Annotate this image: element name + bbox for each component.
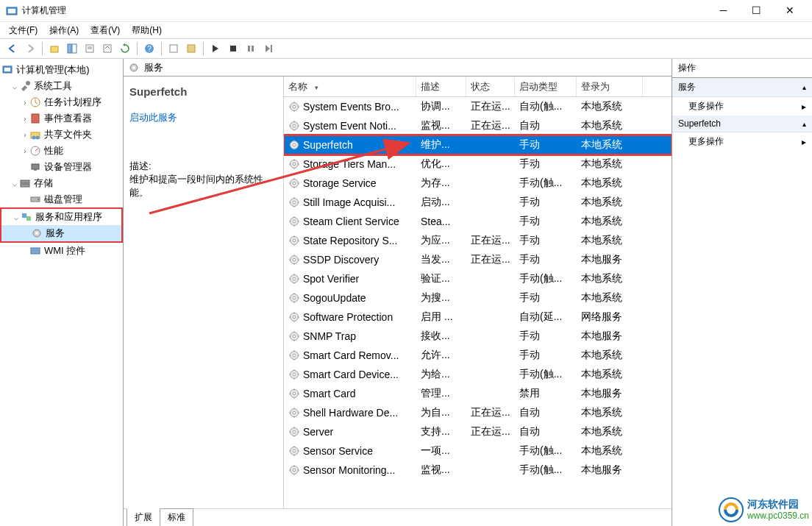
refresh-button[interactable]: [117, 40, 133, 57]
service-row[interactable]: System Events Bro...协调...正在运...自动(触...本地…: [284, 97, 672, 116]
caret-icon: ›: [21, 131, 29, 139]
tab-standard[interactable]: 标准: [160, 508, 193, 526]
stop-button[interactable]: [225, 40, 241, 57]
service-row[interactable]: Sensor Monitoring...监视...手动(触...本地服务: [284, 461, 672, 480]
selected-service-name: Superfetch: [129, 85, 277, 98]
col-logon[interactable]: 登录为: [577, 77, 643, 96]
svg-point-148: [293, 449, 296, 452]
up-button[interactable]: [46, 40, 63, 57]
service-logon: 本地服务: [577, 253, 643, 266]
start-service-link[interactable]: 启动: [129, 112, 149, 123]
service-logon: 本地系统: [577, 138, 643, 152]
service-row[interactable]: System Event Noti...监视...正在运...自动本地系统: [284, 116, 672, 135]
service-row[interactable]: SogouUpdate为搜...手动本地系统: [284, 288, 672, 308]
tree-event-viewer[interactable]: › 事件查看器: [0, 110, 123, 127]
properties2-button[interactable]: [165, 40, 182, 57]
menu-action[interactable]: 操作(A): [43, 23, 85, 38]
service-logon: 本地服务: [577, 387, 643, 400]
col-name[interactable]: 名称▾: [284, 77, 416, 96]
services-list: 名称▾ 描述 状态 启动类型 登录为 System Events Bro...协…: [284, 77, 672, 508]
chevron-right-icon: ▸: [802, 137, 806, 147]
service-row[interactable]: Software Protection启用 ...自动(延...网络服务: [284, 308, 672, 327]
service-row[interactable]: SNMP Trap接收...手动本地服务: [284, 327, 672, 346]
tree-root[interactable]: 计算机管理(本地): [0, 62, 123, 78]
svg-text:?: ?: [147, 45, 152, 53]
service-status: 正在运...: [466, 234, 515, 247]
watermark: 河东软件园 www.pc0359.cn: [718, 497, 809, 523]
actions-more-1[interactable]: 更多操作▸: [672, 97, 812, 115]
collapse-icon: ▴: [802, 83, 806, 91]
svg-point-154: [293, 469, 296, 472]
service-row[interactable]: Smart Card Remov...允许...手动本地系统: [284, 346, 672, 365]
actions-more-2[interactable]: 更多操作▸: [672, 132, 812, 151]
tree-device-manager[interactable]: 设备管理器: [0, 159, 123, 175]
menu-help[interactable]: 帮助(H): [126, 23, 168, 38]
titlebar: 计算机管理 ─ ☐ ✕: [0, 0, 812, 22]
service-startup: 自动(延...: [515, 310, 577, 324]
service-row[interactable]: Sensor Service一项...手动(触...本地系统: [284, 441, 672, 461]
options-button[interactable]: [183, 40, 199, 57]
service-row[interactable]: State Repository S...为应...正在运...手动本地系统: [284, 231, 672, 250]
gear-icon: [288, 330, 300, 342]
show-hide-tree-button[interactable]: [64, 40, 80, 57]
service-name: System Events Bro...: [303, 101, 399, 113]
gear-icon: [288, 235, 300, 246]
service-row[interactable]: Shell Hardware De...为自...正在运...自动本地系统: [284, 403, 672, 422]
restart-button[interactable]: [260, 40, 277, 57]
tree-task-scheduler[interactable]: › 任务计划程序: [0, 94, 123, 110]
forward-button[interactable]: [22, 40, 38, 57]
start-service-suffix: 此服务: [149, 112, 177, 123]
menu-file[interactable]: 文件(F): [3, 23, 43, 38]
service-row[interactable]: Storage Tiers Man...优化...手动本地系统: [284, 154, 672, 174]
export-button[interactable]: [99, 40, 115, 57]
services-apps-icon: [21, 211, 32, 223]
tree-services[interactable]: 服务: [1, 225, 121, 241]
clock-icon: [29, 96, 41, 108]
minimize-button[interactable]: ─: [707, 0, 740, 22]
col-status[interactable]: 状态: [466, 77, 515, 96]
tree-services-apps[interactable]: ⌵ 服务和应用程序: [1, 209, 121, 225]
svg-rect-15: [252, 46, 254, 51]
col-desc[interactable]: 描述: [416, 77, 466, 96]
center-pane: 服务 Superfetch 启动此服务 描述: 维护和提高一段时间内的系统性能。…: [124, 59, 672, 526]
properties-button[interactable]: [82, 40, 98, 57]
col-startup[interactable]: 启动类型: [515, 77, 577, 96]
service-desc: 启用 ...: [416, 310, 466, 324]
tree-performance[interactable]: › 性能: [0, 143, 123, 159]
pause-button[interactable]: [243, 40, 259, 57]
service-row[interactable]: SSDP Discovery当发...正在运...手动本地服务: [284, 250, 672, 269]
close-button[interactable]: ✕: [773, 0, 806, 22]
actions-section-selected[interactable]: Superfetch▴: [672, 115, 812, 132]
service-row[interactable]: Storage Service为存...手动(触...本地系统: [284, 174, 672, 193]
help-button[interactable]: ?: [141, 40, 157, 57]
play-button[interactable]: [207, 40, 224, 57]
service-name: SSDP Discovery: [303, 254, 379, 266]
tree-shared-folders[interactable]: › 共享文件夹: [0, 127, 123, 143]
service-logon: 本地系统: [577, 215, 643, 228]
service-logon: 本地系统: [577, 425, 643, 438]
actions-section-services[interactable]: 服务▴: [672, 78, 812, 97]
tree-disk-management[interactable]: 磁盘管理: [0, 191, 123, 207]
service-row[interactable]: Spot Verifier验证...手动(触...本地系统: [284, 269, 672, 288]
service-row[interactable]: Smart Card管理...禁用本地服务: [284, 384, 672, 403]
service-row[interactable]: Server支持...正在运...自动本地系统: [284, 422, 672, 441]
tree-system-tools[interactable]: ⌵ 系统工具: [0, 78, 123, 94]
service-desc: 为应...: [416, 234, 466, 247]
svg-rect-2: [51, 46, 58, 52]
service-row[interactable]: Smart Card Device...为给...手动(触...本地系统: [284, 365, 672, 384]
service-desc: 优化...: [416, 157, 466, 171]
tree-storage[interactable]: ⌵ 存储: [0, 175, 123, 191]
service-row[interactable]: Still Image Acquisi...启动...手动本地系统: [284, 193, 672, 212]
service-startup: 手动: [515, 253, 577, 266]
service-name: Smart Card: [303, 388, 356, 399]
service-name: Smart Card Device...: [303, 369, 399, 380]
gear-icon: [288, 292, 300, 304]
menu-view[interactable]: 查看(V): [85, 23, 126, 38]
maximize-button[interactable]: ☐: [740, 0, 773, 22]
svg-point-118: [293, 354, 296, 357]
tree-wmi[interactable]: WMI 控件: [0, 243, 123, 259]
service-row[interactable]: Superfetch维护...手动本地系统: [284, 135, 672, 154]
back-button[interactable]: [4, 40, 21, 57]
tab-extended[interactable]: 扩展: [127, 508, 160, 526]
service-row[interactable]: Steam Client ServiceStea...手动本地系统: [284, 212, 672, 231]
